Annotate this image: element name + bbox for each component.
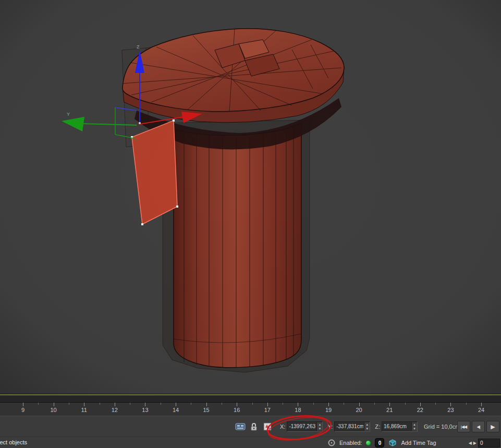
timeline-label: 20	[356, 407, 362, 413]
timeline-tick	[420, 403, 421, 406]
cube-icon[interactable]	[388, 438, 397, 447]
viewport[interactable]: Y Z	[0, 0, 501, 394]
frame-forward-arrow[interactable]: ▶	[473, 441, 476, 445]
timeline-minor-tick	[344, 403, 344, 405]
timeline-tick	[23, 403, 23, 406]
prompt-row: lect objects Enabled: 0 Add Time Tag ◀ ▶…	[0, 437, 501, 448]
playback-controls: |◀◀ ◀| ▶	[457, 421, 499, 432]
timeline-label: 21	[386, 407, 393, 413]
timeline-tick	[359, 403, 360, 406]
timeline-tick	[206, 403, 207, 406]
timeline-tick	[298, 403, 298, 406]
time-tag-group: Enabled: 0 Add Time Tag	[327, 438, 436, 447]
timeline-ruler[interactable]: 9101112131415161718192021222324	[0, 403, 501, 416]
timeline-label: 24	[478, 407, 484, 413]
viewport-canvas: Y Z	[0, 0, 501, 394]
timeline-label: 10	[50, 407, 56, 413]
timeline-tick	[450, 403, 451, 406]
go-to-start-button[interactable]: |◀◀	[457, 421, 470, 432]
z-coordinate-input[interactable]	[382, 423, 411, 429]
track-bar[interactable]	[0, 394, 501, 403]
x-coordinate-field: ▲▼	[287, 421, 323, 432]
timeline-minor-tick	[252, 403, 253, 405]
timeline-tick	[237, 403, 237, 406]
x-spinner[interactable]: ▲▼	[316, 422, 322, 431]
timeline-tick	[267, 403, 268, 406]
enabled-label: Enabled:	[339, 440, 362, 446]
3dsmax-window: Y Z 910111213141516171819202	[0, 0, 501, 448]
timeline-tick	[176, 403, 176, 406]
frame-back-arrow[interactable]: ◀	[469, 441, 472, 445]
viewport-vignette	[0, 0, 501, 394]
previous-frame-button[interactable]: ◀|	[472, 421, 485, 432]
add-time-tag-button[interactable]: Add Time Tag	[401, 440, 436, 446]
timeline-tick	[84, 403, 84, 406]
timeline-label: 19	[325, 407, 332, 413]
timeline-minor-tick	[191, 403, 191, 405]
y-spinner[interactable]: ▲▼	[364, 422, 370, 431]
grid-size-text: Grid = 10,0cm	[424, 423, 460, 430]
current-frame-field[interactable]: 0	[478, 439, 500, 447]
timeline-minor-tick	[405, 403, 406, 405]
key-mode-button[interactable]: 0	[375, 438, 384, 447]
transform-typein-icon[interactable]	[235, 421, 246, 432]
x-coordinate-label: X:	[280, 423, 285, 430]
frame-nav-group: ◀ ▶ 0	[469, 439, 500, 447]
record-circle-icon[interactable]	[327, 439, 336, 447]
timeline-label: 12	[112, 407, 118, 413]
timeline-label: 11	[81, 407, 87, 413]
timeline-tick	[481, 403, 482, 406]
timeline-minor-tick	[69, 403, 69, 405]
timeline-tick	[54, 403, 54, 406]
y-coordinate-label: Y:	[327, 423, 333, 430]
timeline-label: 13	[142, 407, 148, 413]
timeline-minor-tick	[161, 403, 161, 405]
timeline-label: 16	[234, 407, 240, 413]
timeline-minor-tick	[38, 403, 39, 405]
enabled-led-indicator[interactable]	[365, 440, 371, 446]
z-coordinate-label: Z:	[375, 423, 380, 430]
prompt-status-text: lect objects	[0, 439, 27, 445]
absolute-offset-toggle-icon[interactable]	[262, 421, 273, 432]
timeline-tick	[115, 403, 115, 406]
timeline-minor-tick	[313, 403, 314, 405]
z-coordinate-field: ▲▼	[382, 421, 418, 432]
timeline-label: 14	[173, 407, 179, 413]
timeline-minor-tick	[222, 403, 222, 405]
play-button[interactable]: ▶	[486, 421, 499, 432]
timeline-label: 17	[264, 407, 271, 413]
timeline-label: 18	[295, 407, 301, 413]
timeline-minor-tick	[283, 403, 283, 405]
timeline-label: 23	[447, 407, 454, 413]
y-coordinate-field: ▲▼	[334, 421, 370, 432]
status-bar: X: ▲▼ Y: ▲▼ Z: ▲▼ Grid = 10,0cm |◀◀ ◀| ▶	[0, 416, 501, 448]
x-coordinate-input[interactable]	[287, 423, 316, 429]
z-spinner[interactable]: ▲▼	[411, 422, 417, 431]
timeline-minor-tick	[435, 403, 436, 405]
timeline-label: 15	[203, 407, 209, 413]
timeline-tick	[389, 403, 390, 406]
timeline-label: 9	[21, 407, 25, 413]
timeline-minor-tick	[374, 403, 375, 405]
timeline-label: 22	[417, 407, 423, 413]
timeline-minor-tick	[466, 403, 467, 405]
timeline-tick	[328, 403, 329, 406]
coordinate-row: X: ▲▼ Y: ▲▼ Z: ▲▼ Grid = 10,0cm |◀◀ ◀| ▶	[0, 416, 501, 437]
timeline-minor-tick	[130, 403, 130, 405]
selection-lock-icon[interactable]	[248, 421, 260, 432]
timeline[interactable]: 9101112131415161718192021222324	[0, 394, 501, 416]
timeline-tick	[145, 403, 145, 406]
y-coordinate-input[interactable]	[335, 423, 364, 429]
timeline-minor-tick	[100, 403, 100, 405]
